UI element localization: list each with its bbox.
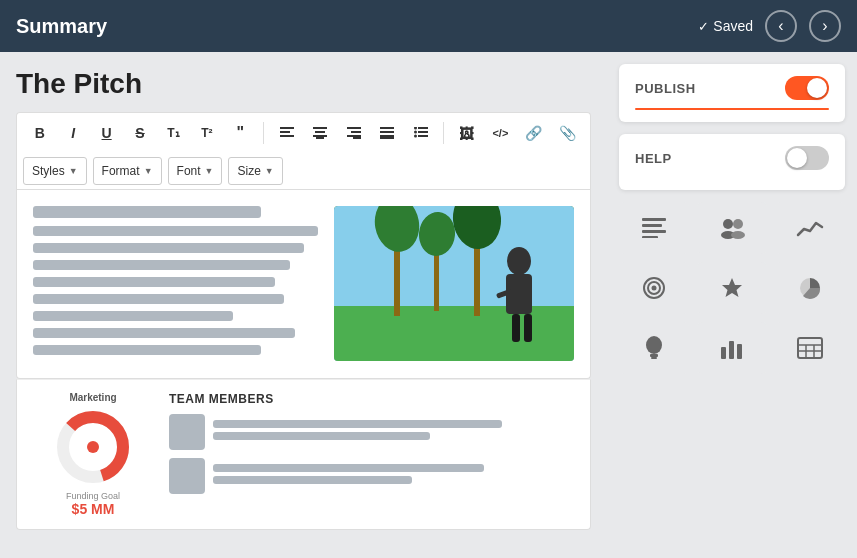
svg-rect-5 <box>315 131 325 133</box>
svg-rect-34 <box>524 314 532 342</box>
svg-point-45 <box>731 231 745 239</box>
svg-point-37 <box>87 441 99 453</box>
subscript-button[interactable]: T₁ <box>159 119 188 147</box>
size-arrow-icon: ▼ <box>265 166 274 176</box>
svg-rect-21 <box>418 135 428 137</box>
team-member <box>169 458 574 494</box>
text-line <box>33 345 261 355</box>
svg-point-30 <box>507 247 531 275</box>
text-line <box>33 294 284 304</box>
text-line <box>33 277 275 287</box>
svg-point-48 <box>652 286 657 291</box>
text-content <box>33 206 318 362</box>
svg-rect-53 <box>651 357 657 359</box>
strikethrough-button[interactable]: S <box>125 119 154 147</box>
publish-card: PUBLISH <box>619 64 845 122</box>
svg-rect-33 <box>512 314 520 342</box>
pie-chart-widget-tile[interactable] <box>775 262 845 314</box>
help-card: HELP <box>619 134 845 190</box>
svg-rect-9 <box>351 131 361 133</box>
align-justify-button[interactable] <box>372 119 401 147</box>
svg-rect-23 <box>334 306 574 361</box>
chart-title: Marketing <box>33 392 153 403</box>
svg-rect-1 <box>280 131 290 133</box>
svg-rect-12 <box>380 127 394 129</box>
svg-rect-52 <box>650 354 658 357</box>
text-widget-tile[interactable] <box>619 202 689 254</box>
text-line <box>33 243 304 253</box>
team-title: TEAM MEMBERS <box>169 392 574 406</box>
svg-rect-7 <box>316 137 324 139</box>
saved-status: ✓ Saved <box>698 18 753 34</box>
widget-grid <box>619 202 845 374</box>
publish-toggle[interactable] <box>785 76 829 100</box>
help-header: HELP <box>635 146 829 170</box>
member-name-line <box>213 464 484 472</box>
publish-header: PUBLISH <box>635 76 829 100</box>
code-button[interactable]: </> <box>486 119 515 147</box>
underline-button[interactable]: U <box>92 119 121 147</box>
bold-button[interactable]: B <box>25 119 54 147</box>
svg-rect-19 <box>418 131 428 133</box>
image-button[interactable]: 🖼 <box>452 119 481 147</box>
help-toggle[interactable] <box>785 146 829 170</box>
nav-next-button[interactable]: › <box>809 10 841 42</box>
funding-label: Funding Goal <box>33 491 153 501</box>
toggle-thumb <box>807 78 827 98</box>
star-widget-tile[interactable] <box>697 262 767 314</box>
link-button[interactable]: 🔗 <box>519 119 548 147</box>
page-title: The Pitch <box>16 68 591 100</box>
toolbar-divider-2 <box>443 122 444 144</box>
align-right-button[interactable] <box>339 119 368 147</box>
font-dropdown[interactable]: Font ▼ <box>168 157 223 185</box>
svg-rect-41 <box>642 236 658 238</box>
checkmark-icon: ✓ <box>698 19 709 34</box>
text-line <box>33 328 295 338</box>
svg-rect-40 <box>642 230 666 233</box>
svg-rect-15 <box>380 137 394 139</box>
line-chart-widget-tile[interactable] <box>775 202 845 254</box>
bar-chart-widget-tile[interactable] <box>697 322 767 374</box>
text-line <box>33 206 261 218</box>
table-widget-tile[interactable] <box>775 322 845 374</box>
svg-point-44 <box>733 219 743 229</box>
blockquote-button[interactable]: " <box>226 119 255 147</box>
people-widget-tile[interactable] <box>697 202 767 254</box>
avatar <box>169 458 205 494</box>
svg-rect-13 <box>380 131 394 133</box>
size-dropdown[interactable]: Size ▼ <box>228 157 282 185</box>
superscript-button[interactable]: T² <box>192 119 221 147</box>
svg-rect-54 <box>721 347 726 359</box>
svg-rect-8 <box>347 127 361 129</box>
bulb-widget-tile[interactable] <box>619 322 689 374</box>
target-widget-tile[interactable] <box>619 262 689 314</box>
nav-prev-button[interactable]: ‹ <box>765 10 797 42</box>
publish-title: PUBLISH <box>635 81 696 96</box>
align-center-button[interactable] <box>305 119 334 147</box>
svg-point-20 <box>414 135 417 138</box>
funding-value: $5 MM <box>33 501 153 517</box>
svg-point-18 <box>414 131 417 134</box>
svg-point-42 <box>723 219 733 229</box>
format-dropdown[interactable]: Format ▼ <box>93 157 162 185</box>
list-button[interactable] <box>406 119 435 147</box>
svg-rect-11 <box>353 137 361 139</box>
italic-button[interactable]: I <box>58 119 87 147</box>
marketing-chart: Marketing Funding Goal $5 MM <box>33 392 153 517</box>
svg-rect-57 <box>798 338 822 358</box>
align-left-button[interactable] <box>272 119 301 147</box>
text-line <box>33 311 233 321</box>
member-info <box>213 420 574 444</box>
attach-button[interactable]: 📎 <box>553 119 582 147</box>
svg-point-16 <box>414 127 417 130</box>
content-image <box>334 206 574 361</box>
format-toolbar: Styles ▼ Format ▼ Font ▼ Size ▼ <box>16 153 591 190</box>
svg-marker-49 <box>722 278 742 297</box>
member-role-line <box>213 476 412 484</box>
svg-rect-56 <box>737 344 742 359</box>
toggle-thumb <box>787 148 807 168</box>
toolbar-divider-1 <box>263 122 264 144</box>
styles-dropdown[interactable]: Styles ▼ <box>23 157 87 185</box>
app-logo: Summary <box>16 15 107 38</box>
font-arrow-icon: ▼ <box>205 166 214 176</box>
